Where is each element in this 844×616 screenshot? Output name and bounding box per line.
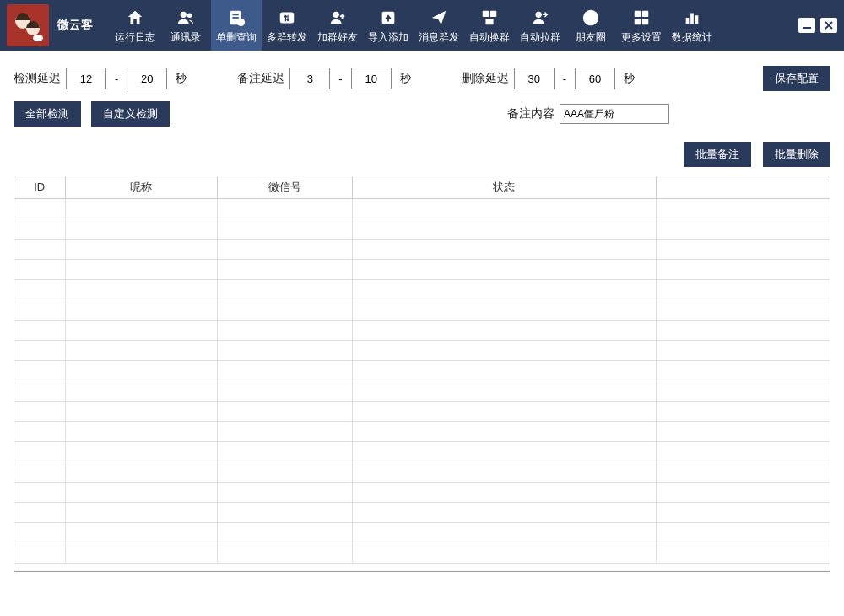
table-body — [14, 198, 830, 563]
save-config-button[interactable]: 保存配置 — [763, 66, 830, 91]
addfriend-icon — [328, 7, 347, 29]
table-row[interactable] — [14, 522, 830, 543]
nav-run-log[interactable]: 运行日志 — [110, 0, 160, 51]
table-row[interactable] — [14, 502, 830, 522]
remark-content-label: 备注内容 — [507, 106, 555, 122]
nav-label: 消息群发 — [419, 30, 459, 45]
th-status[interactable]: 状态 — [352, 176, 656, 198]
nav-label: 导入添加 — [368, 30, 408, 45]
seconds-unit: 秒 — [400, 71, 411, 86]
detect-delay-max-input[interactable] — [127, 68, 167, 89]
app-logo — [7, 4, 49, 46]
nav-auto-pull-group[interactable]: 自动拉群 — [515, 0, 565, 51]
svg-rect-15 — [483, 10, 489, 16]
nav-mass-send[interactable]: 消息群发 — [414, 0, 464, 51]
moments-icon — [582, 7, 600, 29]
th-wxid[interactable]: 微信号 — [217, 176, 352, 198]
table-row[interactable] — [14, 462, 830, 482]
svg-rect-21 — [642, 10, 648, 16]
full-detect-button[interactable]: 全部检测 — [14, 101, 81, 127]
nav-import-add[interactable]: 导入添加 — [363, 0, 414, 51]
contacts-icon — [176, 7, 195, 29]
close-button[interactable] — [820, 18, 837, 33]
table-row[interactable] — [14, 259, 830, 279]
svg-rect-24 — [686, 18, 690, 24]
svg-rect-22 — [635, 18, 641, 24]
detect-delay-label: 检测延迟 — [14, 71, 61, 86]
th-id[interactable]: ID — [14, 176, 65, 198]
table-row[interactable] — [14, 381, 830, 401]
seconds-unit: 秒 — [176, 71, 187, 86]
th-extra[interactable] — [656, 176, 830, 198]
svg-rect-26 — [695, 15, 699, 24]
svg-rect-27 — [803, 27, 811, 29]
custom-detect-button[interactable]: 自定义检测 — [91, 101, 170, 127]
table-row[interactable] — [14, 543, 830, 563]
table-row[interactable] — [14, 198, 830, 219]
send-icon — [430, 7, 448, 29]
svg-point-2 — [33, 35, 43, 41]
table-row[interactable] — [14, 340, 830, 360]
detect-delay-min-input[interactable] — [66, 68, 106, 89]
nav-label: 自动换群 — [469, 30, 510, 45]
table-row[interactable] — [14, 441, 830, 462]
nav-label: 更多设置 — [621, 30, 662, 45]
table-row[interactable] — [14, 300, 830, 320]
remark-content-input[interactable] — [560, 104, 669, 124]
table-row[interactable] — [14, 401, 830, 421]
nav-more-settings[interactable]: 更多设置 — [616, 0, 667, 51]
table-row[interactable] — [14, 482, 830, 502]
nav-label: 朋友圈 — [576, 30, 606, 45]
switch-icon — [480, 7, 499, 29]
remark-delay-label: 备注延迟 — [237, 71, 284, 86]
nav-label: 数据统计 — [672, 30, 712, 45]
table-row[interactable] — [14, 219, 830, 239]
svg-rect-25 — [690, 13, 694, 24]
toolbar: 检测延迟 - 秒 备注延迟 - 秒 删除延迟 - 秒 保存配置 全部检测 自定义… — [0, 51, 844, 135]
stats-icon — [683, 7, 701, 29]
remark-delay-min-input[interactable] — [289, 68, 330, 89]
nav-stats[interactable]: 数据统计 — [667, 0, 717, 51]
batch-remark-button[interactable]: 批量备注 — [684, 142, 751, 167]
svg-rect-17 — [485, 18, 493, 24]
svg-rect-23 — [642, 18, 648, 24]
nav-auto-switch-group[interactable]: 自动换群 — [464, 0, 515, 51]
titlebar: 微云客 运行日志 通讯录 单删查询 ⇅ 多群转发 — [0, 0, 844, 51]
svg-point-3 — [181, 11, 187, 17]
query-icon — [227, 7, 246, 29]
minimize-button[interactable] — [798, 18, 815, 33]
nav-moments[interactable]: 朋友圈 — [565, 0, 616, 51]
remark-delay-max-input[interactable] — [351, 68, 392, 89]
svg-rect-20 — [635, 10, 641, 16]
table-row[interactable] — [14, 360, 830, 381]
th-nickname[interactable]: 昵称 — [65, 176, 217, 198]
nav-contacts[interactable]: 通讯录 — [160, 0, 211, 51]
home-icon — [126, 7, 144, 29]
app-name: 微云客 — [57, 18, 93, 33]
table-row[interactable] — [14, 239, 830, 259]
nav-label: 运行日志 — [115, 30, 155, 45]
nav-label: 通讯录 — [170, 30, 201, 45]
main-nav: 运行日志 通讯录 单删查询 ⇅ 多群转发 加群好友 — [110, 0, 717, 51]
delete-delay-min-input[interactable] — [514, 68, 555, 89]
delete-delay-max-input[interactable] — [575, 68, 615, 89]
nav-add-group-friend[interactable]: 加群好友 — [312, 0, 363, 51]
pull-icon — [531, 7, 549, 29]
svg-point-13 — [333, 11, 339, 17]
batch-delete-button[interactable]: 批量删除 — [763, 142, 830, 167]
settings-icon — [632, 7, 651, 29]
result-table: ID 昵称 微信号 状态 — [14, 176, 830, 572]
svg-rect-6 — [232, 14, 238, 15]
nav-label: 自动拉群 — [520, 30, 560, 45]
table-row[interactable] — [14, 421, 830, 441]
table-row[interactable] — [14, 279, 830, 300]
delete-delay-label: 删除延迟 — [462, 71, 509, 86]
seconds-unit: 秒 — [624, 71, 635, 86]
svg-rect-16 — [490, 10, 496, 16]
svg-point-18 — [536, 11, 542, 17]
nav-single-delete-query[interactable]: 单删查询 — [211, 0, 262, 51]
forward-icon: ⇅ — [278, 7, 296, 29]
window-controls — [792, 13, 844, 38]
table-row[interactable] — [14, 320, 830, 340]
nav-multi-forward[interactable]: ⇅ 多群转发 — [262, 0, 312, 51]
